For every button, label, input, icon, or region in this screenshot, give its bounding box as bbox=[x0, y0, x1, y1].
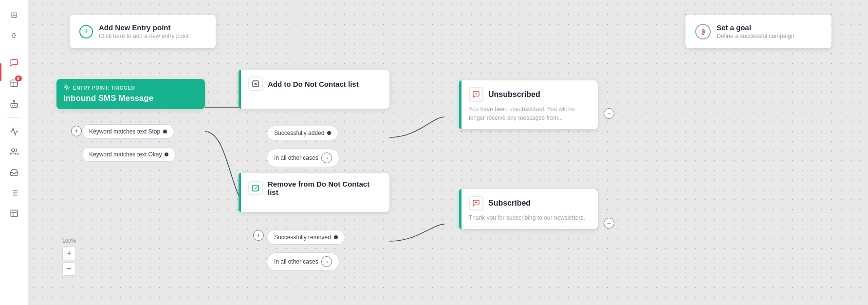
rem-success-dot bbox=[334, 235, 338, 239]
grid-icon[interactable]: ⊞ bbox=[5, 6, 23, 23]
svg-rect-23 bbox=[253, 185, 259, 191]
entry-point-text: Add New Entry point Click here to add a … bbox=[99, 23, 189, 39]
add-dnc-bar bbox=[239, 70, 241, 109]
goal-icon bbox=[695, 24, 711, 39]
set-goal-title: Set a goal bbox=[717, 23, 794, 32]
trigger-node[interactable]: ENTRY POINT: TRIGGER Inbound SMS Message bbox=[56, 79, 205, 109]
chat-icon[interactable] bbox=[5, 54, 23, 72]
unsub-inner: Unsubscribed You have been unsubscribed.… bbox=[459, 80, 598, 129]
zoom-in-button[interactable]: + bbox=[62, 247, 76, 260]
unsub-title: Unsubscribed bbox=[469, 87, 590, 102]
sidebar: ⊞ {} 8 bbox=[0, 0, 28, 305]
set-goal-card[interactable]: Set a goal Define a successful campaign bbox=[685, 15, 831, 48]
unsub-desc: You have been unsubscribed. You will no … bbox=[469, 105, 590, 122]
rem-dnc-card[interactable]: Remove from Do Not Contact list bbox=[239, 173, 389, 212]
sub-desc: Thank you for subscribing to our newslet… bbox=[469, 213, 590, 222]
unsub-arrow-out[interactable]: → bbox=[604, 108, 614, 119]
sub-icon bbox=[469, 196, 483, 210]
add-success-dot bbox=[327, 131, 331, 135]
team-icon[interactable] bbox=[5, 143, 23, 161]
unsub-bar bbox=[459, 80, 462, 129]
condition-stop-text: Keyword matches text Stop bbox=[89, 128, 160, 135]
condition-stop[interactable]: Keyword matches text Stop bbox=[82, 124, 174, 139]
add-condition-button[interactable]: + bbox=[71, 126, 82, 136]
add-dnc-title: Add to Do Not Contact list bbox=[248, 76, 382, 91]
chart-icon[interactable] bbox=[5, 205, 23, 222]
template-icon[interactable]: 8 bbox=[5, 75, 23, 92]
add-other-pill[interactable]: In all other cases → bbox=[267, 149, 339, 167]
add-dnc-icon bbox=[248, 76, 263, 91]
add-entry-icon: + bbox=[79, 25, 93, 38]
unsub-icon bbox=[469, 87, 483, 102]
rem-dnc-bar bbox=[239, 173, 241, 212]
rem-other-arrow[interactable]: → bbox=[321, 256, 332, 267]
rem-other-pill[interactable]: In all other cases → bbox=[267, 252, 339, 271]
add-success-pill[interactable]: Successfully added bbox=[267, 126, 338, 140]
condition-okay[interactable]: Keyword matches text Okay bbox=[82, 147, 176, 162]
active-indicator bbox=[0, 63, 1, 81]
rem-dnc-title: Remove from Do Not Contact list bbox=[248, 180, 382, 196]
add-dnc-inner: Add to Do Not Contact list bbox=[239, 70, 389, 109]
stop-dot bbox=[163, 130, 167, 133]
add-other-arrow[interactable]: → bbox=[321, 152, 332, 163]
inbox-icon[interactable] bbox=[5, 164, 23, 181]
entry-point-subtitle: Click here to add a new entry point bbox=[99, 33, 189, 39]
subscribed-card[interactable]: Subscribed Thank you for subscribing to … bbox=[459, 189, 598, 229]
entry-point-title: Add New Entry point bbox=[99, 23, 189, 32]
analytics-icon[interactable] bbox=[5, 123, 23, 140]
rem-other-text: In all other cases bbox=[274, 258, 318, 265]
set-goal-text: Set a goal Define a successful campaign bbox=[717, 23, 794, 39]
rem-success-text: Successfully removed bbox=[274, 234, 331, 241]
set-goal-subtitle: Define a successful campaign bbox=[717, 33, 794, 39]
trigger-icon bbox=[63, 84, 70, 92]
svg-marker-17 bbox=[702, 29, 705, 34]
divider2 bbox=[7, 117, 21, 118]
list-icon[interactable] bbox=[5, 184, 23, 202]
entry-point-add-card[interactable]: + Add New Entry point Click here to add … bbox=[70, 15, 216, 48]
svg-rect-16 bbox=[11, 210, 18, 217]
trigger-label: ENTRY POINT: TRIGGER bbox=[63, 84, 198, 92]
okay-dot bbox=[165, 152, 168, 156]
trigger-name: Inbound SMS Message bbox=[63, 94, 198, 103]
svg-point-9 bbox=[11, 149, 14, 152]
sub-bar bbox=[459, 189, 462, 229]
sub-arrow-out[interactable]: → bbox=[604, 218, 614, 229]
sub-inner: Subscribed Thank you for subscribing to … bbox=[459, 189, 598, 229]
workflow-canvas[interactable]: + Add New Entry point Click here to add … bbox=[28, 0, 868, 305]
add-other-text: In all other cases bbox=[274, 154, 318, 161]
rem-dnc-inner: Remove from Do Not Contact list bbox=[239, 173, 389, 212]
svg-point-19 bbox=[66, 86, 68, 89]
zoom-controls: 100% + − bbox=[62, 238, 76, 276]
code-icon[interactable]: {} bbox=[5, 26, 23, 44]
bot-icon[interactable] bbox=[5, 95, 23, 113]
badge: 8 bbox=[15, 76, 22, 81]
add-success-text: Successfully added bbox=[274, 130, 324, 136]
svg-point-4 bbox=[13, 100, 15, 102]
zoom-out-button[interactable]: − bbox=[62, 262, 76, 276]
unsubscribed-card[interactable]: Unsubscribed You have been unsubscribed.… bbox=[459, 80, 598, 129]
add-dnc-card[interactable]: Add to Do Not Contact list bbox=[239, 70, 389, 109]
rem-success-pill[interactable]: Successfully removed bbox=[267, 230, 345, 245]
divider bbox=[7, 49, 21, 49]
rem-dnc-icon bbox=[248, 181, 263, 195]
condition-okay-text: Keyword matches text Okay bbox=[89, 151, 162, 158]
zoom-level: 100% bbox=[62, 238, 76, 244]
sub-title: Subscribed bbox=[469, 196, 590, 210]
trigger-header: ENTRY POINT: TRIGGER Inbound SMS Message bbox=[56, 79, 205, 109]
add-rem-output-button[interactable]: + bbox=[253, 230, 264, 241]
